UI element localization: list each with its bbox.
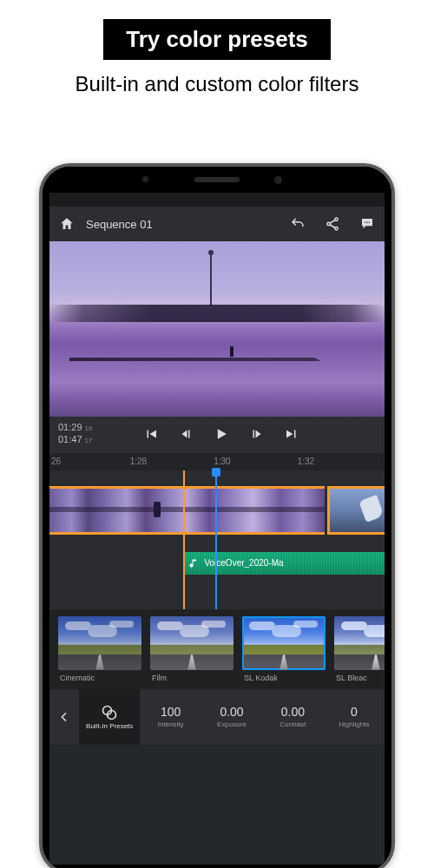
- ruler-tick: 1:28: [130, 457, 147, 466]
- adjust-exposure[interactable]: 0.00 Exposure: [201, 689, 262, 745]
- promo-subline: Built-in and custom color filters: [17, 72, 417, 97]
- app-top-bar: Sequence 01: [49, 207, 385, 241]
- sequence-title: Sequence 01: [86, 218, 279, 231]
- transport-bar: 01:2916 01:4717: [49, 417, 385, 453]
- svg-point-5: [369, 221, 371, 223]
- video-preview[interactable]: [49, 241, 385, 417]
- preset-sl-bleach[interactable]: SL Bleac: [334, 616, 385, 686]
- promo-header: Try color presets Built-in and custom co…: [0, 0, 434, 106]
- preset-cinematic[interactable]: Cinematic: [58, 616, 141, 686]
- adjust-intensity[interactable]: 100 Intensity: [140, 689, 201, 745]
- svg-point-1: [327, 222, 330, 225]
- svg-point-2: [335, 227, 338, 230]
- video-clip[interactable]: [327, 486, 385, 535]
- phone-frame: Sequence 01 01:2916 01:471: [39, 163, 395, 868]
- playhead[interactable]: [215, 470, 217, 609]
- phone-notch: [43, 167, 391, 193]
- adjust-highlights[interactable]: 0 Highlights: [324, 689, 385, 745]
- ruler-tick: 1:30: [214, 457, 230, 466]
- presets-icon: [101, 704, 118, 721]
- comment-icon[interactable]: [358, 215, 376, 233]
- preset-sl-kodak[interactable]: SL Kodak: [242, 616, 326, 686]
- promo-headline: Try color presets: [103, 19, 331, 60]
- in-point-marker[interactable]: [183, 470, 185, 609]
- adjust-presets[interactable]: Built-In Presets: [79, 689, 140, 745]
- timeline[interactable]: VoiceOver_2020-Ma: [49, 470, 385, 609]
- home-icon[interactable]: [58, 215, 76, 233]
- frame-back-icon[interactable]: [178, 426, 194, 442]
- share-icon[interactable]: [324, 215, 341, 233]
- preset-strip[interactable]: Cinematic Film SL Kodak SL Bleac: [49, 609, 385, 689]
- audio-clip[interactable]: VoiceOver_2020-Ma: [183, 552, 385, 575]
- timecode-display: 01:2916 01:4717: [58, 422, 92, 446]
- ruler-tick: 26: [51, 457, 61, 466]
- play-icon[interactable]: [213, 425, 230, 443]
- app-screen: Sequence 01 01:2916 01:471: [49, 193, 385, 865]
- svg-point-4: [366, 221, 368, 223]
- svg-point-3: [365, 221, 366, 223]
- svg-point-0: [335, 218, 338, 220]
- next-clip-icon[interactable]: [284, 426, 299, 442]
- ruler-tick: 1:32: [298, 457, 314, 466]
- adjust-contrast[interactable]: 0.00 Contrast: [262, 689, 323, 745]
- undo-icon[interactable]: [289, 215, 306, 233]
- preset-film[interactable]: Film: [150, 616, 233, 686]
- status-bar: [49, 193, 385, 207]
- frame-forward-icon[interactable]: [249, 426, 265, 442]
- adjust-bar: Built-In Presets 100 Intensity 0.00 Expo…: [49, 689, 385, 745]
- prev-clip-icon[interactable]: [143, 426, 159, 442]
- back-button[interactable]: [49, 689, 79, 745]
- music-note-icon: [188, 558, 199, 569]
- video-clip[interactable]: [49, 486, 325, 535]
